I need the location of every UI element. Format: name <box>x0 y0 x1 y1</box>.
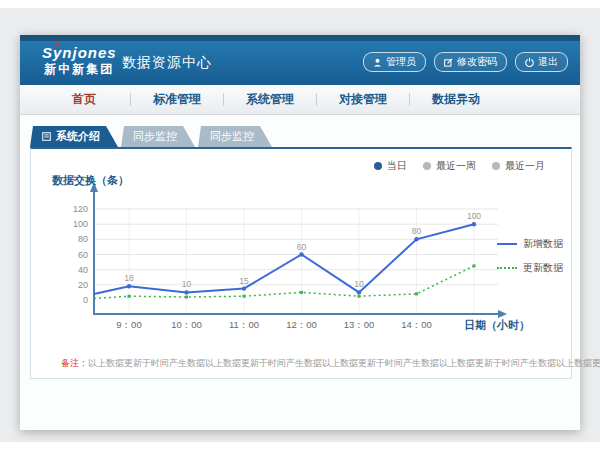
svg-text:0: 0 <box>83 295 88 305</box>
brand-logo: Synjones 新中新集团 <box>42 44 117 78</box>
radio-dot-icon <box>374 162 382 170</box>
svg-text:20: 20 <box>78 280 88 290</box>
radio-dot-icon <box>423 162 431 170</box>
tab-sync-monitor-1[interactable]: 同步监控 <box>121 126 195 147</box>
radio-today[interactable]: 当日 <box>374 159 407 173</box>
svg-text:13：00: 13：00 <box>344 319 375 330</box>
dashboard-panel: 系统介绍 同步监控 同步监控 当日 最近一周 <box>30 126 572 379</box>
brand-logo-cn: 新中新集团 <box>42 61 117 78</box>
time-range-radios: 当日 最近一周 最近一月 <box>374 159 545 173</box>
app-window: Synjones 新中新集团 数据资源中心 管理员 修改密码 <box>20 35 580 430</box>
legend-item-update-data[interactable]: 更新数据 <box>497 261 563 275</box>
admin-user-button[interactable]: 管理员 <box>363 52 426 72</box>
header-actions: 管理员 修改密码 退出 <box>363 52 568 72</box>
tab-sync-monitor-2[interactable]: 同步监控 <box>198 126 272 147</box>
radio-dot-icon <box>492 162 500 170</box>
line-chart: 0204060801001209：0010：0011：0012：0013：001… <box>46 172 546 337</box>
svg-text:100: 100 <box>73 219 88 229</box>
radio-last-week[interactable]: 最近一周 <box>423 159 476 173</box>
svg-text:100: 100 <box>467 211 481 221</box>
tab-system-intro[interactable]: 系统介绍 <box>30 126 118 147</box>
nav-item-interface-mgmt[interactable]: 对接管理 <box>317 91 409 108</box>
app-header: Synjones 新中新集团 数据资源中心 管理员 修改密码 <box>20 41 580 85</box>
svg-text:40: 40 <box>78 265 88 275</box>
footnote-prefix: 备注： <box>61 358 88 368</box>
svg-text:60: 60 <box>297 242 307 252</box>
power-icon <box>525 58 534 67</box>
svg-text:15: 15 <box>239 276 249 286</box>
edit-icon <box>444 58 453 67</box>
svg-text:18: 18 <box>124 273 134 283</box>
dotted-line-icon <box>497 267 517 269</box>
page-title: 数据资源中心 <box>122 54 212 72</box>
nav-item-standard-mgmt[interactable]: 标准管理 <box>131 91 223 108</box>
svg-text:60: 60 <box>78 250 88 260</box>
svg-text:12：00: 12：00 <box>286 319 317 330</box>
svg-text:10：00: 10：00 <box>171 319 202 330</box>
logout-button[interactable]: 退出 <box>515 52 568 72</box>
change-password-button[interactable]: 修改密码 <box>434 52 507 72</box>
radio-last-month[interactable]: 最近一月 <box>492 159 545 173</box>
document-icon <box>42 131 51 143</box>
svg-text:14：00: 14：00 <box>401 319 432 330</box>
legend-item-new-data[interactable]: 新增数据 <box>497 237 563 251</box>
nav-item-home[interactable]: 首页 <box>38 91 130 108</box>
nav-item-system-mgmt[interactable]: 系统管理 <box>224 91 316 108</box>
svg-text:9：00: 9：00 <box>116 319 141 330</box>
svg-text:日期（小时）: 日期（小时） <box>464 319 530 332</box>
tab-bar: 系统介绍 同步监控 同步监控 <box>30 126 572 147</box>
svg-text:120: 120 <box>73 204 88 214</box>
chart-legend: 新增数据 更新数据 <box>497 237 563 285</box>
svg-text:80: 80 <box>78 234 88 244</box>
svg-text:10: 10 <box>182 279 192 289</box>
brand-logo-en: Synjones <box>42 44 117 61</box>
main-nav: 首页 标准管理 系统管理 对接管理 数据异动 <box>20 85 580 115</box>
solid-line-icon <box>497 243 517 245</box>
content-area: 系统介绍 同步监控 同步监控 当日 最近一周 <box>20 115 580 429</box>
user-icon <box>373 58 382 67</box>
footnote: 备注：以上数据更新于时间产生数据以上数据更新于时间产生数据以上数据更新于时间产生… <box>61 357 541 370</box>
svg-text:11：00: 11：00 <box>229 319 259 330</box>
nav-item-data-change[interactable]: 数据异动 <box>410 91 502 108</box>
svg-text:数据交换（条）: 数据交换（条） <box>51 174 129 187</box>
chart-card: 当日 最近一周 最近一月 0204060801001209：0010：0011：… <box>30 147 572 379</box>
footnote-text: 以上数据更新于时间产生数据以上数据更新于时间产生数据以上数据更新于时间产生数据以… <box>88 358 600 368</box>
svg-text:10: 10 <box>354 279 364 289</box>
svg-text:80: 80 <box>412 226 422 236</box>
